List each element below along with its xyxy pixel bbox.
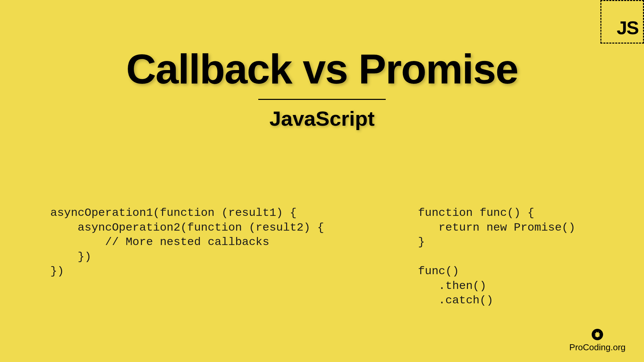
title-divider (258, 99, 386, 100)
footer: ProCoding.org (569, 329, 626, 353)
js-badge: JS (600, 0, 644, 44)
code-container: asyncOperation1(function (result1) { asy… (0, 206, 644, 308)
page-subtitle: JavaScript (0, 107, 644, 130)
header: Callback vs Promise JavaScript (0, 0, 644, 130)
callback-code-block: asyncOperation1(function (result1) { asy… (50, 206, 324, 308)
js-badge-text: JS (617, 17, 639, 39)
bug-icon (592, 329, 603, 340)
page-title: Callback vs Promise (0, 45, 644, 93)
footer-text: ProCoding.org (569, 342, 626, 353)
promise-code-block: function func() { return new Promise() }… (418, 206, 642, 308)
